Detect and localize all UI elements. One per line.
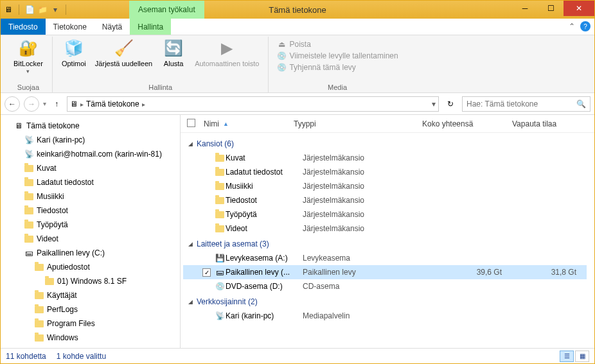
back-button[interactable]: ← [4,96,20,112]
folder-icon [24,205,34,216]
collapse-ribbon-icon[interactable]: ⌃ [569,22,575,31]
tree-item[interactable]: Työpöytä [1,218,180,232]
refresh-button[interactable]: ↻ [443,96,458,112]
file-list: Nimi▲ Tyyppi Koko yhteensä Vapauta tilaa… [181,115,594,348]
item-type: Mediapalvelin [303,311,431,320]
navigation-tree[interactable]: 🖥Tämä tietokone📡Kari (karin-pc)📡keinkari… [1,115,181,348]
list-item[interactable]: 💿DVD-asema (D:)CD-asema [183,279,587,293]
list-item[interactable]: TiedostotJärjestelmäkansio [183,193,587,207]
maximize-button[interactable]: ☐ [538,1,564,16]
select-all-checkbox[interactable] [187,119,195,127]
cleanup-icon: 🧹 [114,38,134,58]
tree-item[interactable]: Käyttäjät [1,288,180,302]
autoplay-icon: ▶ [217,38,237,58]
tree-item-label: keinkari@hotmail.com (karin-win-81) [37,150,162,159]
bitlocker-button[interactable]: 🔐 BitLocker ▾ [10,37,47,76]
drive-icon: 🖴 [24,248,34,258]
item-name: Musiikki [226,182,303,191]
forward-button[interactable]: → [24,96,39,112]
tree-item[interactable]: Ladatut tiedostot [1,175,180,189]
tree-item-label: Kari (karin-pc) [37,135,85,144]
tree-item-label: Tiedostot [37,206,68,215]
search-box[interactable]: 🔍 [462,96,591,112]
icons-view-button[interactable]: ▦ [575,351,589,362]
tree-item[interactable]: Tiedostot [1,204,180,218]
tab-manage[interactable]: Hallinta [130,19,171,35]
folder-icon [214,183,226,190]
tree-item[interactable]: Videot [1,232,180,246]
minimize-button[interactable]: ─ [512,1,538,16]
collapse-icon: ◢ [188,141,193,147]
item-checkbox[interactable]: ✓ [202,268,211,277]
close-button[interactable]: ✕ [564,1,594,16]
tree-item[interactable]: Musiikki [1,189,180,204]
tree-item-label: Program Files [47,319,95,328]
tree-item-label: Videot [37,234,58,243]
new-folder-icon[interactable]: 📁 [37,4,48,15]
breadcrumb[interactable]: Tämä tietokone [86,100,139,108]
tree-item-label: Ladatut tiedostot [37,178,94,187]
list-item[interactable]: TyöpöytäJärjestelmäkansio [183,207,587,221]
ribbon-tabs: Tiedosto Tietokone Näytä Hallinta ⌃ ? [1,19,594,35]
list-item[interactable]: MusiikkiJärjestelmäkansio [183,179,587,193]
net-icon: 📡 [214,311,226,320]
list-item[interactable]: VideotJärjestelmäkansio [183,221,587,236]
group-header[interactable]: ◢Laitteet ja asemat (3) [183,236,587,251]
tab-view[interactable]: Näytä [94,19,130,35]
format-button[interactable]: 🔄 Alusta [157,37,190,69]
tree-item-label: Työpöytä [37,220,68,229]
eject-icon: ⏏ [276,39,287,49]
autoplay-button: ▶ Automaattinen toisto [191,37,263,69]
dvd-icon: 💿 [214,282,226,291]
list-item[interactable]: ✓🖴Paikallinen levy (...Paikallinen levy3… [183,265,587,279]
group-header[interactable]: ◢Kansiot (6) [183,135,587,151]
item-name: Tiedostot [226,196,303,205]
cleanup-button[interactable]: 🧹 Järjestä uudelleen [91,37,156,69]
tree-item[interactable]: Windows [1,331,180,345]
list-item[interactable]: 📡Kari (karin-pc)Mediapalvelin [183,309,587,323]
bitlocker-icon: 🔐 [18,38,39,58]
column-headers[interactable]: Nimi▲ Tyyppi Koko yhteensä Vapauta tilaa [181,115,594,133]
pc-icon: 🖥 [3,4,13,15]
tree-item[interactable]: 🖥Tämä tietokone [1,119,180,133]
tree-item[interactable]: PerfLogs [1,302,180,316]
item-type: Paikallinen levy [303,268,431,277]
qat-dropdown-icon[interactable]: ▾ [50,4,60,15]
tab-computer[interactable]: Tietokone [46,19,94,35]
list-item[interactable]: 💾Levykeasema (A:)Levykeasema [183,251,587,265]
tree-item[interactable]: Program Files [1,316,180,331]
folder-icon [214,169,226,176]
search-input[interactable] [466,100,586,108]
floppy-icon: 💾 [214,254,226,263]
folder-icon [34,333,44,343]
pc-icon: 🖥 [13,121,24,131]
up-button[interactable]: ↑ [50,98,63,110]
help-icon[interactable]: ? [580,21,591,31]
folder-icon [44,276,55,286]
tab-file[interactable]: Tiedosto [1,19,46,35]
tree-item[interactable]: 📡keinkari@hotmail.com (karin-win-81) [1,147,180,161]
properties-icon[interactable]: 📄 [24,4,35,15]
optimize-button[interactable]: 🧊 Optimoi [58,37,90,69]
erase-icon: 💿 [276,62,287,73]
address-dropdown-icon[interactable]: ▾ [432,100,436,108]
title-bar: 🖥 📄 📁 ▾ Aseman työkalut Tämä tietokone ─… [1,1,594,19]
history-dropdown-icon[interactable]: ▾ [43,100,46,107]
tree-item[interactable]: 🖴Paikallinen levy (C:) [1,246,180,260]
address-bar[interactable]: 🖥 Tämä tietokone ▾ [67,96,439,112]
item-free: 31,8 Gt [521,268,587,277]
folder-icon [24,220,34,230]
tree-item[interactable]: 📡Kari (karin-pc) [1,133,180,147]
group-header[interactable]: ◢Verkkosijainnit (2) [183,293,587,309]
tree-item[interactable]: Kuvat [1,161,180,175]
list-item[interactable]: Ladatut tiedostotJärjestelmäkansio [183,165,587,179]
tree-item[interactable]: 01) Windows 8.1 SF [1,274,180,288]
format-icon: 🔄 [163,38,184,58]
list-item[interactable]: KuvatJärjestelmäkansio [183,151,587,165]
selection-count: 1 kohde valittu [57,352,106,361]
details-view-button[interactable]: ☰ [560,351,574,362]
tree-item-label: Kuvat [37,164,57,173]
tree-item-label: Käyttäjät [47,291,77,300]
item-type: Järjestelmäkansio [303,210,431,219]
tree-item[interactable]: Aputiedostot [1,260,180,274]
